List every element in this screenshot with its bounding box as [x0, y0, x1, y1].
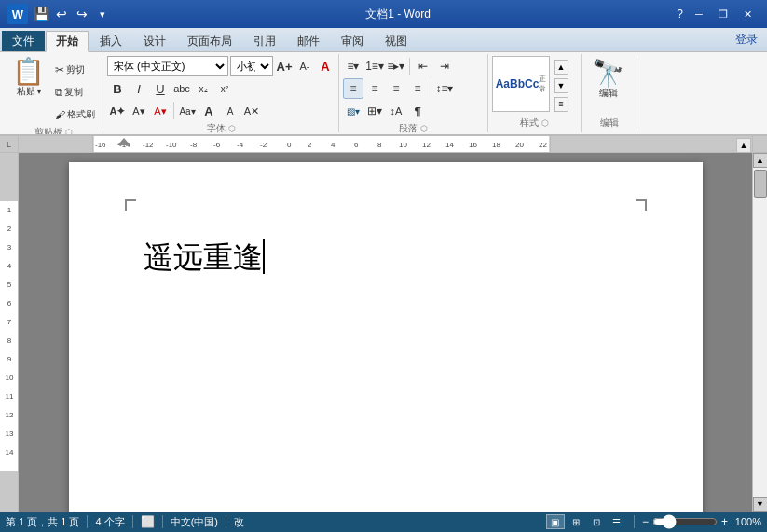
font-size-large-btn[interactable]: A: [199, 101, 219, 121]
tab-mailings[interactable]: 邮件: [287, 31, 330, 51]
text-effect-btn[interactable]: A✦: [107, 101, 128, 121]
restore-button[interactable]: ❐: [711, 5, 735, 23]
cut-button[interactable]: ✂剪切: [51, 60, 99, 80]
ruler-area: L -16 -14 -12 -10 -8: [0, 136, 767, 153]
show-hide-btn[interactable]: ¶: [407, 101, 428, 121]
case-btn[interactable]: Aa▾: [177, 101, 198, 121]
svg-text:16: 16: [469, 141, 477, 149]
zoom-in-btn[interactable]: +: [721, 515, 728, 528]
align-center-btn[interactable]: ≡: [364, 78, 385, 99]
paragraph-expand-icon[interactable]: ⬡: [420, 124, 428, 133]
svg-text:-8: -8: [190, 141, 198, 149]
format-painter-button[interactable]: 🖌格式刷: [51, 104, 99, 125]
numbering-btn[interactable]: 1≡▾: [364, 56, 385, 76]
sort-btn[interactable]: ↕A: [386, 101, 406, 121]
font-increase-btn[interactable]: A+: [275, 57, 294, 75]
font-color-btn[interactable]: A▾: [150, 101, 171, 121]
multilevel-btn[interactable]: ≡▸▾: [386, 56, 406, 76]
svg-text:-2: -2: [260, 141, 267, 149]
tab-design[interactable]: 设计: [133, 31, 176, 51]
login-button[interactable]: 登录: [728, 30, 765, 49]
styles-group: AaBbCc 正常 ▲ ▼ ≡ 样式 ⬡: [488, 54, 582, 132]
bullets-btn[interactable]: ≡▾: [343, 56, 363, 76]
paragraph-content: ≡▾ 1≡▾ ≡▸▾ ⇤ ⇥ ≡ ≡ ≡ ≡ ↕≡▾ ▨▾ ⊞▾: [343, 56, 484, 121]
save-quick-btn[interactable]: 💾: [32, 5, 50, 23]
view-read-btn[interactable]: ⊞: [567, 514, 585, 529]
strikethrough-button[interactable]: abc: [171, 78, 192, 99]
overtype-btn[interactable]: 改: [234, 515, 244, 529]
highlight-btn[interactable]: A▾: [129, 101, 149, 121]
styles-up-btn[interactable]: ▲: [554, 60, 568, 75]
paragraph-label: 段落 ⬡: [343, 121, 484, 136]
tab-review[interactable]: 审阅: [331, 31, 374, 51]
fill-color-btn[interactable]: ▨▾: [343, 101, 363, 121]
line-spacing-btn[interactable]: ↕≡▾: [434, 78, 455, 99]
undo-quick-btn[interactable]: ↩: [52, 5, 71, 23]
customize-quick-btn[interactable]: ▾: [93, 5, 112, 23]
corner-mark-tr: [636, 199, 647, 211]
styles-expand-icon[interactable]: ⬡: [541, 118, 549, 128]
styles-down-btn[interactable]: ▼: [554, 78, 568, 93]
decrease-indent-btn[interactable]: ⇤: [413, 56, 433, 76]
document-scroll[interactable]: 遥远重逢: [19, 153, 752, 512]
styles-more-btn[interactable]: ≡: [554, 97, 568, 112]
svg-text:10: 10: [399, 141, 407, 149]
clipboard-group: 📋 粘贴▾ ✂剪切 ⧉复制 🖌格式刷 剪贴板 ⬡: [4, 54, 103, 132]
font-expand-icon[interactable]: ⬡: [228, 124, 236, 133]
redo-quick-btn[interactable]: ↪: [73, 5, 91, 23]
corner-mark-tl: [125, 199, 136, 211]
close-button[interactable]: ✕: [735, 5, 760, 23]
paste-button[interactable]: 📋 粘贴▾: [7, 56, 49, 101]
bold-button[interactable]: B: [107, 78, 128, 99]
macro-btn[interactable]: ⬜: [141, 515, 155, 528]
document-content[interactable]: 遥远重逢: [144, 237, 628, 279]
tab-file[interactable]: 文件: [2, 31, 45, 51]
language-info[interactable]: 中文(中国): [171, 515, 218, 529]
clipboard-expand-icon[interactable]: ⬡: [65, 128, 73, 136]
quick-access-toolbar: 💾 ↩ ↪ ▾: [32, 5, 112, 23]
subscript-button[interactable]: x₂: [193, 78, 213, 99]
help-button[interactable]: ?: [677, 7, 683, 20]
page-info[interactable]: 第 1 页，共 1 页: [6, 515, 79, 529]
italic-button[interactable]: I: [129, 78, 149, 99]
tab-insert[interactable]: 插入: [89, 31, 132, 51]
editing-large-btn[interactable]: 🔭 编辑: [585, 56, 631, 104]
scroll-down-btn[interactable]: ▼: [753, 497, 768, 512]
minimize-button[interactable]: ─: [687, 5, 711, 23]
superscript-button[interactable]: x²: [214, 78, 235, 99]
increase-indent-btn[interactable]: ⇥: [434, 56, 455, 76]
text-cursor: [263, 239, 265, 274]
border-btn[interactable]: ⊞▾: [364, 101, 385, 121]
style-preview-box[interactable]: AaBbCc 正常: [492, 56, 550, 112]
tab-references[interactable]: 引用: [243, 31, 286, 51]
zoom-out-btn[interactable]: −: [642, 515, 649, 528]
status-sep4: [226, 515, 226, 528]
copy-button[interactable]: ⧉复制: [51, 82, 99, 102]
tab-layout[interactable]: 页面布局: [177, 31, 242, 51]
zoom-slider[interactable]: [652, 516, 718, 527]
clear-format-btn[interactable]: A✕: [241, 101, 262, 121]
svg-text:14: 14: [445, 141, 454, 149]
font-size-small-btn[interactable]: A: [220, 101, 240, 121]
svg-text:22: 22: [539, 141, 547, 149]
svg-rect-28: [0, 471, 19, 512]
font-clearbig-btn[interactable]: A: [316, 57, 335, 75]
view-print-btn[interactable]: ▣: [546, 514, 565, 529]
justify-btn[interactable]: ≡: [407, 78, 428, 99]
underline-button[interactable]: U: [150, 78, 171, 99]
svg-text:2: 2: [308, 141, 312, 149]
tab-home[interactable]: 开始: [46, 31, 89, 52]
tab-view[interactable]: 视图: [375, 31, 418, 51]
scroll-thumb[interactable]: [754, 170, 767, 198]
align-right-btn[interactable]: ≡: [386, 78, 406, 99]
scroll-up-btn[interactable]: ▲: [753, 153, 768, 168]
align-left-btn[interactable]: ≡: [343, 78, 363, 99]
font-size-select[interactable]: 小初: [230, 56, 273, 76]
word-count[interactable]: 4 个字: [95, 515, 124, 529]
font-decrease-btn[interactable]: A-: [295, 57, 314, 75]
ribbon-expand-btn[interactable]: ▲: [736, 138, 751, 153]
svg-text:5: 5: [7, 280, 11, 289]
view-web-btn[interactable]: ⊡: [587, 514, 606, 529]
font-family-select[interactable]: 宋体 (中文正文): [107, 56, 228, 76]
view-outline-btn[interactable]: ☰: [608, 514, 626, 529]
